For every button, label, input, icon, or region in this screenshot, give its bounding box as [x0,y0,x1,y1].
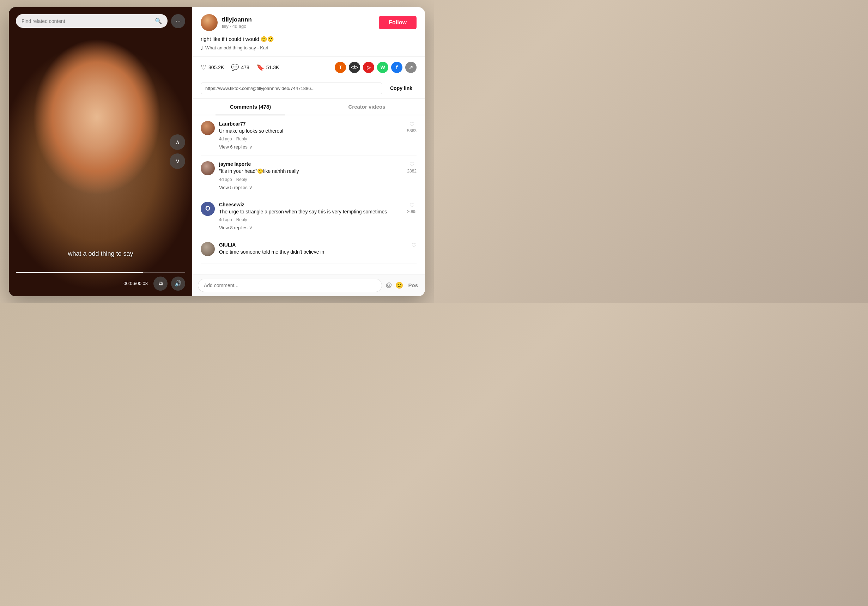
creator-header: tillyjoannn tilly · 4d ago Follow right … [192,7,425,57]
comments-count: 478 [241,65,249,70]
chevron-up-icon: ∧ [175,138,180,146]
comment-text: "It's in your head"🙂like nahhh really [219,168,403,175]
likes-stat[interactable]: ♡ 805.2K [201,64,224,71]
chevron-down-icon: ∨ [249,185,253,190]
prev-video-button[interactable]: ∧ [170,134,185,150]
commenter-avatar [201,242,215,256]
view-replies-label: View 8 replies [219,225,248,230]
reply-button[interactable]: Reply [236,177,247,182]
search-input[interactable] [22,19,152,24]
captions-button[interactable]: ⧉ [153,277,167,291]
commenter-username: GIULIA [219,242,408,248]
share-facebook-button[interactable]: f [391,62,403,73]
right-panel: tillyjoannn tilly · 4d ago Follow right … [192,7,425,296]
comment-body: GIULIA One time someone told me they did… [219,242,408,258]
video-top-bar: 🔍 ··· [16,14,185,28]
bookmarks-stat[interactable]: 🔖 51.3K [256,64,279,71]
comment-time: 4d ago [219,217,232,222]
chevron-down-icon: ∨ [249,225,253,230]
comment-text: The urge to strangle a person when they … [219,208,403,215]
likes-count: 805.2K [208,65,224,70]
bookmarks-count: 51.3K [266,65,279,70]
nav-arrows: ∧ ∨ [170,134,185,169]
creator-info-row: tillyjoannn tilly · 4d ago Follow [201,14,417,31]
next-video-button[interactable]: ∨ [170,153,185,169]
comment-text: Ur make up looks so ethereal [219,128,403,135]
post-button[interactable]: Pos [407,282,419,288]
view-replies-button[interactable]: View 5 replies ∨ [219,185,403,190]
commenter-avatar [201,161,215,175]
share-embed-button[interactable]: </> [349,62,360,73]
view-replies-label: View 6 replies [219,144,248,150]
share-link2-button[interactable]: ▷ [363,62,374,73]
like-icon[interactable]: ♡ [409,121,414,128]
music-title: What an odd thing to say - Kari [205,45,268,50]
progress-fill [16,272,143,273]
share-whatsapp-button[interactable]: W [377,62,388,73]
video-bottom-bar: 00:06/00:08 ⧉ 🔊 [9,268,192,296]
view-replies-label: View 5 replies [219,185,248,190]
comment-time: 4d ago [219,136,232,141]
search-bar[interactable]: 🔍 [16,14,167,28]
link-row: https://www.tiktok.com/@tillyjoannn/vide… [192,78,425,99]
emoji-icon[interactable]: 🙂 [395,282,403,289]
comment-body: jayme laporte "It's in your head"🙂like n… [219,161,403,190]
comment-input-row: @ 🙂 Pos [192,274,425,296]
like-icon[interactable]: ♡ [412,242,417,249]
at-icon[interactable]: @ [386,282,392,289]
share-more-button[interactable]: ↗ [405,62,417,73]
commenter-username: Cheesewiz [219,202,403,208]
video-subtitle: what a odd thing to say [68,250,133,257]
creator-text: tillyjoannn tilly · 4d ago [222,16,252,29]
comment-text: One time someone told me they didn't bel… [219,249,408,256]
search-icon: 🔍 [155,18,162,24]
video-panel: 🔍 ··· what a odd thing to say ∧ ∨ 0 [9,7,192,296]
creator-username: tillyjoannn [222,16,252,23]
like-count: 2882 [407,169,417,174]
reply-button[interactable]: Reply [236,217,247,222]
avatar-image [201,14,218,31]
bottom-controls: 00:06/00:08 ⧉ 🔊 [16,277,185,291]
creator-avatar [201,14,218,31]
bookmark-icon: 🔖 [256,64,264,71]
caption-text: right like if i could i would 🙂🙂 [201,36,417,42]
comment-meta: 4d ago Reply [219,136,403,141]
comment-item: O Cheesewiz The urge to strangle a perso… [201,196,417,237]
share-icons: T </> ▷ W f ↗ [335,62,417,73]
tab-comments[interactable]: Comments (478) [192,99,308,115]
follow-button[interactable]: Follow [379,16,417,29]
stats-row: ♡ 805.2K 💬 478 🔖 51.3K T </> ▷ W f ↗ [192,57,425,78]
view-replies-button[interactable]: View 6 replies ∨ [219,144,403,150]
video-link: https://www.tiktok.com/@tillyjoannn/vide… [201,82,382,94]
volume-button[interactable]: 🔊 [171,277,185,291]
comment-meta: 4d ago Reply [219,177,403,182]
like-icon[interactable]: ♡ [409,202,414,208]
creator-sub: tilly · 4d ago [222,24,252,29]
comment-item: Laurbear77 Ur make up looks so ethereal … [201,115,417,156]
more-options-button[interactable]: ··· [171,14,185,28]
chevron-down-icon: ∨ [175,157,180,165]
copy-link-button[interactable]: Copy link [386,82,417,94]
comment-time: 4d ago [219,177,232,182]
comment-body: Cheesewiz The urge to strangle a person … [219,202,403,231]
commenter-username: Laurbear77 [219,121,403,127]
commenter-username: jayme laporte [219,161,403,167]
like-count: 2095 [407,209,417,214]
share-tiktok-button[interactable]: T [335,62,346,73]
progress-bar[interactable] [16,272,185,273]
music-row: ♩ What an odd thing to say - Kari [201,45,417,51]
tab-creator-videos[interactable]: Creator videos [308,99,425,115]
comment-input[interactable] [198,279,382,292]
comment-body: Laurbear77 Ur make up looks so ethereal … [219,121,403,150]
comment-meta: 4d ago Reply [219,217,403,222]
captions-icon: ⧉ [159,281,163,287]
comment-item: jayme laporte "It's in your head"🙂like n… [201,155,417,196]
time-display: 00:06/00:08 [124,281,148,286]
control-buttons: ⧉ 🔊 [153,277,185,291]
view-replies-button[interactable]: View 8 replies ∨ [219,225,403,230]
comments-stat[interactable]: 💬 478 [231,64,249,71]
like-icon[interactable]: ♡ [409,161,414,168]
comments-list: Laurbear77 Ur make up looks so ethereal … [192,115,425,274]
comment-like: ♡ 5863 [407,121,417,133]
reply-button[interactable]: Reply [236,136,247,141]
